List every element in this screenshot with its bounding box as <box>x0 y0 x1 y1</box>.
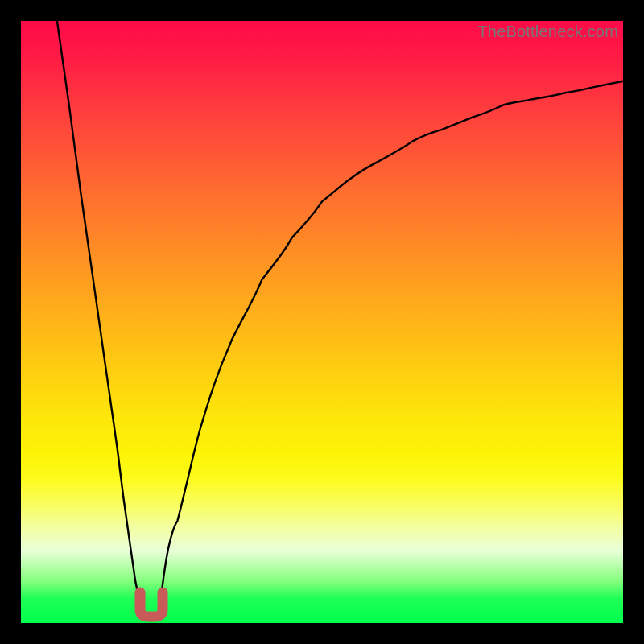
watermark-text: TheBottleneck.com <box>477 23 618 41</box>
curves-layer <box>21 21 623 623</box>
plot-area: TheBottleneck.com <box>21 21 623 623</box>
chart-frame: TheBottleneck.com <box>0 0 644 644</box>
curve-right-branch <box>159 81 623 611</box>
curve-left-branch <box>57 21 142 611</box>
minimum-marker <box>140 592 163 617</box>
